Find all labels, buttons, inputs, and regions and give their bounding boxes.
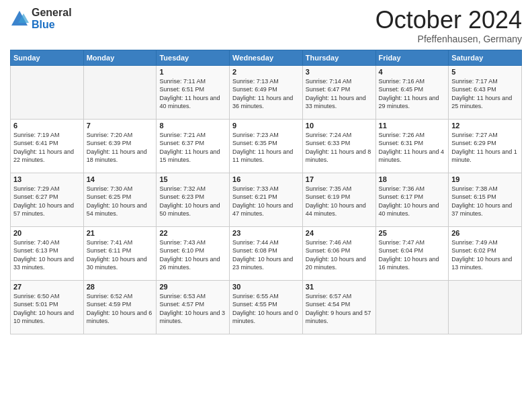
page: General Blue October 2024 Pfeffenhausen,… bbox=[0, 0, 532, 411]
day-info: Sunrise: 6:50 AMSunset: 5:01 PMDaylight:… bbox=[13, 292, 81, 326]
header-row: SundayMondayTuesdayWednesdayThursdayFrid… bbox=[11, 50, 522, 65]
day-number: 2 bbox=[232, 68, 300, 76]
day-cell: 20Sunrise: 7:40 AMSunset: 6:13 PMDayligh… bbox=[11, 226, 84, 280]
day-cell: 5Sunrise: 7:17 AMSunset: 6:43 PMDaylight… bbox=[449, 65, 522, 119]
day-info: Sunrise: 7:24 AMSunset: 6:33 PMDaylight:… bbox=[306, 131, 373, 165]
day-number: 23 bbox=[232, 229, 300, 237]
day-cell: 8Sunrise: 7:21 AMSunset: 6:37 PMDaylight… bbox=[157, 119, 230, 173]
day-cell: 17Sunrise: 7:35 AMSunset: 6:19 PMDayligh… bbox=[302, 173, 375, 226]
day-cell: 26Sunrise: 7:49 AMSunset: 6:02 PMDayligh… bbox=[449, 226, 522, 280]
day-number: 30 bbox=[232, 283, 300, 291]
day-number: 28 bbox=[87, 283, 154, 291]
day-number: 19 bbox=[451, 175, 519, 183]
day-cell: 10Sunrise: 7:24 AMSunset: 6:33 PMDayligh… bbox=[302, 119, 375, 173]
day-cell: 21Sunrise: 7:41 AMSunset: 6:11 PMDayligh… bbox=[83, 226, 157, 280]
day-cell: 4Sunrise: 7:16 AMSunset: 6:45 PMDaylight… bbox=[375, 65, 449, 119]
calendar-header: SundayMondayTuesdayWednesdayThursdayFrid… bbox=[11, 50, 522, 65]
logo: General Blue bbox=[10, 7, 72, 30]
day-info: Sunrise: 7:33 AMSunset: 6:21 PMDaylight:… bbox=[232, 185, 300, 218]
title-block: October 2024 Pfeffenhausen, Germany bbox=[375, 7, 522, 44]
day-info: Sunrise: 7:38 AMSunset: 6:15 PMDaylight:… bbox=[451, 185, 519, 218]
day-cell: 25Sunrise: 7:47 AMSunset: 6:04 PMDayligh… bbox=[375, 226, 449, 280]
day-number: 6 bbox=[13, 122, 81, 130]
day-number: 1 bbox=[159, 68, 226, 76]
day-cell: 13Sunrise: 7:29 AMSunset: 6:27 PMDayligh… bbox=[11, 173, 84, 226]
day-cell bbox=[11, 65, 84, 119]
header-cell-sunday: Sunday bbox=[11, 50, 84, 65]
day-cell: 23Sunrise: 7:44 AMSunset: 6:08 PMDayligh… bbox=[230, 226, 303, 280]
header-cell-tuesday: Tuesday bbox=[157, 50, 230, 65]
day-info: Sunrise: 7:47 AMSunset: 6:04 PMDaylight:… bbox=[379, 238, 446, 272]
day-info: Sunrise: 7:26 AMSunset: 6:31 PMDaylight:… bbox=[379, 131, 446, 165]
day-cell: 16Sunrise: 7:33 AMSunset: 6:21 PMDayligh… bbox=[230, 173, 303, 226]
day-number: 21 bbox=[87, 229, 154, 237]
day-info: Sunrise: 7:11 AMSunset: 6:51 PMDaylight:… bbox=[159, 77, 226, 111]
logo-text: General Blue bbox=[32, 7, 72, 30]
day-info: Sunrise: 7:49 AMSunset: 6:02 PMDaylight:… bbox=[451, 238, 519, 272]
header-cell-wednesday: Wednesday bbox=[230, 50, 303, 65]
day-info: Sunrise: 7:17 AMSunset: 6:43 PMDaylight:… bbox=[451, 77, 519, 111]
day-number: 18 bbox=[379, 175, 446, 183]
week-row-3: 20Sunrise: 7:40 AMSunset: 6:13 PMDayligh… bbox=[11, 226, 522, 280]
day-info: Sunrise: 7:13 AMSunset: 6:49 PMDaylight:… bbox=[232, 77, 300, 111]
logo-general-text: General bbox=[32, 7, 72, 19]
day-info: Sunrise: 7:35 AMSunset: 6:19 PMDaylight:… bbox=[306, 185, 373, 218]
day-number: 8 bbox=[159, 122, 226, 130]
day-number: 15 bbox=[159, 175, 226, 183]
day-info: Sunrise: 7:20 AMSunset: 6:39 PMDaylight:… bbox=[87, 131, 154, 165]
day-info: Sunrise: 7:44 AMSunset: 6:08 PMDaylight:… bbox=[232, 238, 300, 272]
day-cell: 11Sunrise: 7:26 AMSunset: 6:31 PMDayligh… bbox=[375, 119, 449, 173]
day-number: 5 bbox=[451, 68, 519, 76]
day-number: 25 bbox=[379, 229, 446, 237]
day-cell bbox=[449, 280, 522, 334]
week-row-2: 13Sunrise: 7:29 AMSunset: 6:27 PMDayligh… bbox=[11, 173, 522, 226]
day-cell: 6Sunrise: 7:19 AMSunset: 6:41 PMDaylight… bbox=[11, 119, 84, 173]
day-info: Sunrise: 7:32 AMSunset: 6:23 PMDaylight:… bbox=[159, 185, 226, 218]
day-cell: 12Sunrise: 7:27 AMSunset: 6:29 PMDayligh… bbox=[449, 119, 522, 173]
day-cell: 30Sunrise: 6:55 AMSunset: 4:55 PMDayligh… bbox=[230, 280, 303, 334]
day-cell: 14Sunrise: 7:30 AMSunset: 6:25 PMDayligh… bbox=[83, 173, 157, 226]
day-info: Sunrise: 7:30 AMSunset: 6:25 PMDaylight:… bbox=[87, 185, 154, 218]
day-number: 13 bbox=[13, 175, 81, 183]
calendar-body: 1Sunrise: 7:11 AMSunset: 6:51 PMDaylight… bbox=[11, 65, 522, 334]
calendar-title: October 2024 bbox=[375, 7, 522, 34]
day-number: 31 bbox=[306, 283, 373, 291]
header: General Blue October 2024 Pfeffenhausen,… bbox=[10, 7, 522, 44]
header-cell-friday: Friday bbox=[375, 50, 449, 65]
calendar-location: Pfeffenhausen, Germany bbox=[375, 34, 522, 44]
day-number: 16 bbox=[232, 175, 300, 183]
day-cell: 28Sunrise: 6:52 AMSunset: 4:59 PMDayligh… bbox=[83, 280, 157, 334]
day-number: 12 bbox=[451, 122, 519, 130]
day-info: Sunrise: 7:29 AMSunset: 6:27 PMDaylight:… bbox=[13, 185, 81, 218]
day-info: Sunrise: 7:16 AMSunset: 6:45 PMDaylight:… bbox=[379, 77, 446, 111]
day-info: Sunrise: 6:52 AMSunset: 4:59 PMDaylight:… bbox=[87, 292, 154, 326]
day-info: Sunrise: 7:14 AMSunset: 6:47 PMDaylight:… bbox=[306, 77, 373, 111]
day-cell: 24Sunrise: 7:46 AMSunset: 6:06 PMDayligh… bbox=[302, 226, 375, 280]
day-cell: 27Sunrise: 6:50 AMSunset: 5:01 PMDayligh… bbox=[11, 280, 84, 334]
day-number: 4 bbox=[379, 68, 446, 76]
day-info: Sunrise: 7:43 AMSunset: 6:10 PMDaylight:… bbox=[159, 238, 226, 272]
day-cell: 22Sunrise: 7:43 AMSunset: 6:10 PMDayligh… bbox=[157, 226, 230, 280]
day-cell bbox=[375, 280, 449, 334]
day-cell: 2Sunrise: 7:13 AMSunset: 6:49 PMDaylight… bbox=[230, 65, 303, 119]
day-cell: 15Sunrise: 7:32 AMSunset: 6:23 PMDayligh… bbox=[157, 173, 230, 226]
day-cell: 29Sunrise: 6:53 AMSunset: 4:57 PMDayligh… bbox=[157, 280, 230, 334]
day-info: Sunrise: 7:46 AMSunset: 6:06 PMDaylight:… bbox=[306, 238, 373, 272]
day-number: 27 bbox=[13, 283, 81, 291]
calendar-table: SundayMondayTuesdayWednesdayThursdayFrid… bbox=[10, 50, 522, 334]
day-info: Sunrise: 7:41 AMSunset: 6:11 PMDaylight:… bbox=[87, 238, 154, 272]
day-cell: 18Sunrise: 7:36 AMSunset: 6:17 PMDayligh… bbox=[375, 173, 449, 226]
day-info: Sunrise: 6:53 AMSunset: 4:57 PMDaylight:… bbox=[159, 292, 226, 326]
day-cell: 1Sunrise: 7:11 AMSunset: 6:51 PMDaylight… bbox=[157, 65, 230, 119]
day-info: Sunrise: 7:36 AMSunset: 6:17 PMDaylight:… bbox=[379, 185, 446, 218]
day-number: 22 bbox=[159, 229, 226, 237]
day-cell: 31Sunrise: 6:57 AMSunset: 4:54 PMDayligh… bbox=[302, 280, 375, 334]
week-row-0: 1Sunrise: 7:11 AMSunset: 6:51 PMDaylight… bbox=[11, 65, 522, 119]
day-info: Sunrise: 7:19 AMSunset: 6:41 PMDaylight:… bbox=[13, 131, 81, 165]
day-number: 11 bbox=[379, 122, 446, 130]
day-info: Sunrise: 7:23 AMSunset: 6:35 PMDaylight:… bbox=[232, 131, 300, 165]
day-number: 29 bbox=[159, 283, 226, 291]
day-cell: 3Sunrise: 7:14 AMSunset: 6:47 PMDaylight… bbox=[302, 65, 375, 119]
day-cell: 9Sunrise: 7:23 AMSunset: 6:35 PMDaylight… bbox=[230, 119, 303, 173]
day-cell: 19Sunrise: 7:38 AMSunset: 6:15 PMDayligh… bbox=[449, 173, 522, 226]
